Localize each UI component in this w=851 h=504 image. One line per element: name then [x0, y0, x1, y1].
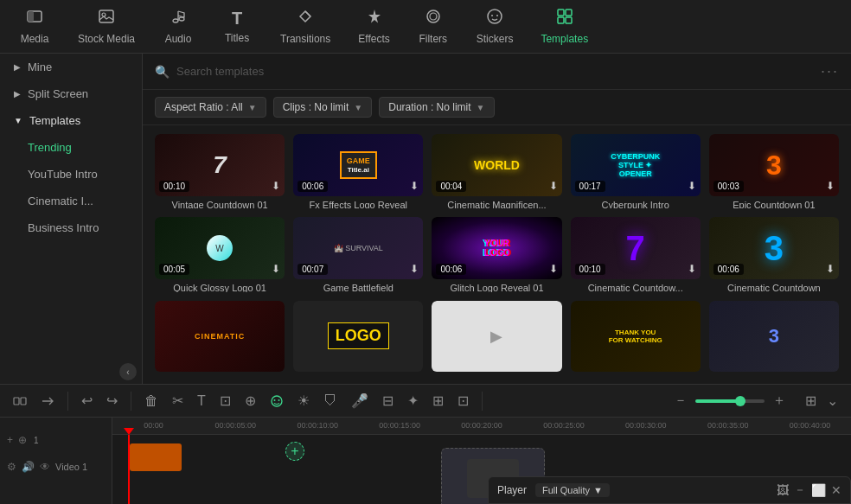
more-options-button[interactable]: ··· — [821, 62, 839, 80]
sidebar-item-templates[interactable]: ▼ Templates — [0, 107, 142, 134]
toolbar-stickers[interactable]: Stickers — [464, 4, 526, 48]
template-card-cinematic-countdow[interactable]: 7 00:10 ⬇ Cinematic Countdow... — [571, 217, 701, 291]
toolbar-filters[interactable]: Filters — [406, 4, 461, 48]
sidebar-sub-cinematic[interactable]: Cinematic I... — [0, 188, 142, 214]
template-card-fx-effects[interactable]: GAMETitle.ai 00:06 ⬇ Fx Effects Logo Rev… — [293, 134, 423, 208]
mic-button[interactable]: 🎤 — [347, 390, 373, 411]
titles-icon: T — [232, 9, 242, 29]
toolbar-transitions[interactable]: Transitions — [268, 4, 342, 48]
download-icon: ⬇ — [272, 180, 280, 192]
ruler-marks: 00:00 00:00:05:00 00:00:10:00 00:00:15:0… — [112, 418, 851, 430]
audio-track-btn[interactable]: 🔊 — [22, 461, 35, 473]
search-icon: 🔍 — [155, 65, 170, 79]
template-card-quick-glossy[interactable]: W 00:05 ⬇ Quick Glossy Logo 01 — [155, 217, 285, 291]
add-clip-button[interactable]: + — [285, 442, 304, 461]
video-track-settings[interactable]: ⚙ — [7, 461, 16, 473]
toolbar-separator-1 — [67, 392, 68, 411]
collapse-tracks-button[interactable]: ⌄ — [822, 390, 842, 411]
toolbar-audio[interactable]: Audio — [150, 4, 206, 48]
toolbar-media[interactable]: Media — [7, 4, 62, 48]
track-number-badge: 1 — [34, 436, 39, 445]
zoom-out-button[interactable]: － — [669, 389, 692, 412]
template-card-game-battlefield[interactable]: 🏰 SURVIVAL 00:07 ⬇ Game Battlefield — [293, 217, 423, 291]
duration-dropdown[interactable]: Duration : No limit ▼ — [379, 97, 494, 118]
search-input[interactable] — [176, 65, 814, 78]
paint-button[interactable]: ⊕ — [240, 390, 260, 411]
download-icon-9: ⬇ — [688, 263, 696, 275]
svg-rect-12 — [558, 10, 564, 16]
zoom-in-button[interactable]: ＋ — [768, 389, 790, 412]
svg-point-4 — [173, 19, 178, 22]
screenshot-button[interactable]: 🖼 — [777, 483, 789, 497]
svg-point-9 — [488, 10, 502, 23]
aspect-ratio-dropdown[interactable]: Aspect Ratio : All ▼ — [155, 97, 266, 118]
templates-icon — [556, 8, 573, 29]
crop-button[interactable]: ⊡ — [215, 390, 235, 411]
sidebar: ▶ Mine ▶ Split Screen ▼ Templates Trendi… — [0, 54, 143, 384]
sidebar-sub-trending[interactable]: Trending — [0, 134, 142, 161]
track-controls: + ⊕ 1 — [7, 421, 105, 459]
cut-button[interactable]: ✂ — [168, 390, 188, 411]
sidebar-collapse-button[interactable]: ‹ — [119, 363, 137, 380]
delete-button[interactable]: 🗑 — [140, 391, 163, 411]
clips-dropdown[interactable]: Clips : No limit ▼ — [273, 97, 373, 118]
sidebar-item-mine[interactable]: ▶ Mine — [0, 54, 142, 80]
minimize-button[interactable]: － — [794, 482, 806, 498]
template-card-row3-5[interactable]: 3 — [709, 301, 839, 375]
expand-button[interactable]: ⬜ — [811, 483, 826, 497]
undo-button[interactable]: ↩ — [77, 390, 97, 411]
template-card-cinematic-countdown[interactable]: 3 00:06 ⬇ Cinematic Countdown — [709, 217, 839, 291]
zoom-knob[interactable] — [735, 396, 745, 406]
toolbar-effects[interactable]: Effects — [346, 4, 401, 48]
template-card-row3-3[interactable]: ▶ — [432, 301, 561, 375]
template-card-epic-countdown[interactable]: 3 00:03 ⬇ Epic Countdown 01 — [709, 134, 839, 208]
sidebar-sub-business[interactable]: Business Intro — [0, 214, 142, 241]
toolbar-separator-3 — [482, 392, 483, 411]
toolbar-stock-media[interactable]: Stock Media — [66, 4, 147, 48]
template-card-glitch-logo[interactable]: YOURLOGO 00:06 ⬇ Glitch Logo Reveal 01 — [432, 217, 561, 291]
svg-point-8 — [430, 13, 437, 20]
link-track-button[interactable]: ⊕ — [18, 434, 27, 446]
template-card-row3-4[interactable]: THANK YOUFOR WATCHING — [571, 301, 701, 375]
quality-dropdown[interactable]: Full Quality ▼ — [535, 483, 610, 497]
add-track-button[interactable]: + — [7, 434, 13, 446]
grid-layout-button[interactable]: ⊞ — [801, 390, 821, 411]
edit-mode-button[interactable] — [9, 392, 31, 411]
playhead[interactable] — [128, 435, 130, 504]
sidebar-item-split-screen[interactable]: ▶ Split Screen — [0, 80, 142, 107]
template-card-cinematic-mag[interactable]: WORLD 00:04 ⬇ Cinematic Magnificen... — [432, 134, 561, 208]
layout-button[interactable]: ⊞ ⌄ — [801, 390, 842, 411]
download-icon-8: ⬇ — [549, 263, 558, 275]
top-toolbar: Media Stock Media Audio T Titles — [0, 0, 851, 54]
close-player-button[interactable]: ✕ — [831, 483, 841, 497]
multicam-button[interactable]: ⊞ — [428, 390, 448, 411]
download-icon-4: ⬇ — [688, 180, 696, 192]
video-clip[interactable] — [130, 443, 182, 471]
text-button[interactable]: T — [193, 391, 210, 411]
svg-rect-15 — [566, 17, 572, 23]
caption-button[interactable]: ⊟ — [378, 390, 398, 411]
template-card-row3-1[interactable]: CINEMATIC — [155, 301, 285, 375]
zoom-slider[interactable] — [695, 399, 765, 403]
shield-button[interactable]: ⛉ — [319, 391, 342, 411]
redo-button[interactable]: ↪ — [102, 390, 122, 411]
svg-point-7 — [427, 10, 439, 22]
sun-button[interactable]: ☀ — [293, 390, 314, 411]
face-button[interactable] — [266, 392, 288, 411]
trim-button[interactable] — [36, 392, 59, 411]
visibility-btn[interactable]: 👁 — [40, 461, 50, 473]
template-card-vintage-countdown[interactable]: 7 00:10 ⬇ Vintage Countdown 01 — [155, 134, 285, 208]
stickers-icon — [486, 8, 503, 29]
timeline-toolbar: ↩ ↪ 🗑 ✂ T ⊡ ⊕ ☀ ⛉ 🎤 ⊟ ✦ ⊞ ⊡ － ＋ — [0, 385, 851, 418]
sidebar-sub-youtube-intro[interactable]: YouTube Intro — [0, 161, 142, 188]
svg-point-11 — [496, 15, 498, 16]
zoom-controls: － ＋ — [669, 389, 790, 412]
toolbar-titles[interactable]: T Titles — [209, 5, 265, 48]
chevron-down-icon: ▼ — [14, 116, 22, 125]
download-icon-2: ⬇ — [410, 180, 419, 192]
ai-cut-button[interactable]: ✦ — [403, 390, 423, 411]
toolbar-templates[interactable]: Templates — [528, 4, 600, 48]
template-card-cyberpunk[interactable]: CYBERPUNKSTYLE ✦OPENER 00:17 ⬇ Cyberpunk… — [571, 134, 701, 208]
pip-button[interactable]: ⊡ — [453, 390, 473, 411]
template-card-row3-2[interactable]: LOGO — [293, 301, 423, 375]
